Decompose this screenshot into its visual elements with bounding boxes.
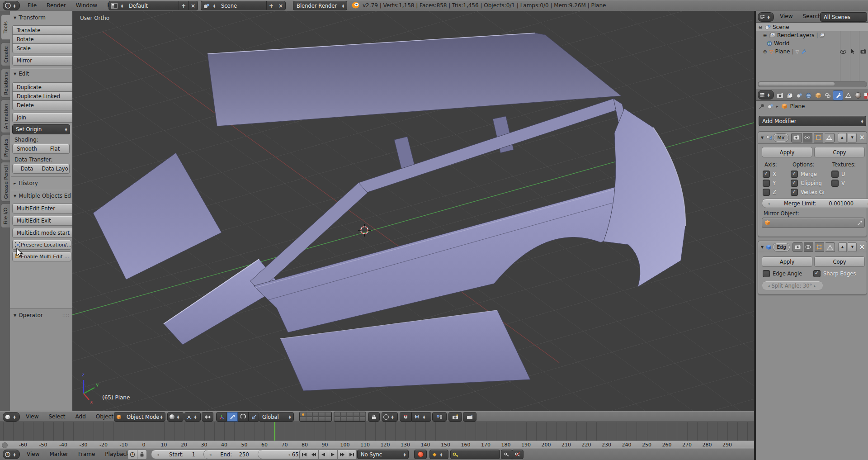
layer-cell[interactable] [334, 417, 340, 421]
menu-item[interactable]: View [22, 449, 44, 460]
delete-keyframe-button[interactable] [512, 450, 524, 459]
layer-cell[interactable] [325, 417, 331, 421]
viewport-visibility-toggle[interactable] [803, 133, 812, 142]
checkbox[interactable] [763, 180, 770, 187]
edge-angle-checkbox-row[interactable]: Edge Angle [763, 269, 802, 278]
auto-keyframe-toggle[interactable] [414, 450, 427, 459]
timeline-region[interactable] [0, 422, 754, 441]
screen-layout-name[interactable]: Default [126, 3, 179, 9]
breadcrumb-object-name[interactable]: Plane [790, 103, 805, 109]
multi-edit-panel-header[interactable]: ▼Multiple Objects Edit [14, 193, 71, 199]
collapse-icon[interactable]: ⊖ [758, 24, 763, 30]
toolshelf-tab-relations[interactable]: Relations [1, 69, 10, 98]
triangle-down-icon[interactable]: ▼ [761, 136, 764, 140]
show-seconds-toggle[interactable] [127, 450, 137, 460]
tab-scene-icon[interactable] [795, 91, 803, 100]
play-button[interactable] [328, 450, 338, 460]
toolshelf-tab-animation[interactable]: Animation [1, 100, 10, 133]
checkbox-row[interactable]: Vertex Gr [791, 188, 825, 197]
render-engine-selector[interactable]: Blender Render [293, 1, 347, 10]
copy-modifier-button[interactable]: Copy [814, 147, 865, 157]
frame-end-field[interactable]: End: 250 [203, 450, 266, 459]
eyedropper-icon[interactable] [855, 220, 864, 226]
move-modifier-down-button[interactable]: ▼ [848, 242, 857, 252]
add-modifier-label[interactable]: Add Modifier [759, 118, 860, 124]
data-button[interactable]: Data [12, 164, 42, 174]
split-angle-slider[interactable]: Split Angle: 30° [762, 281, 823, 290]
keying-set-field[interactable] [450, 450, 500, 459]
keying-mode-dropdown[interactable]: ◆ [429, 450, 448, 459]
scale-button[interactable]: Scale [12, 43, 74, 53]
outliner-label-renderlayers[interactable]: RenderLayers [777, 32, 814, 38]
shade-flat-button[interactable]: Flat [41, 144, 70, 154]
selectable-toggle-cursor-icon[interactable] [851, 49, 855, 54]
toolshelf-tab-physics[interactable]: Physics [1, 135, 10, 160]
add-layout-button[interactable]: + [179, 1, 188, 10]
translate-manipulator-toggle[interactable] [227, 412, 238, 422]
mode-dropdown[interactable]: Object Mode [114, 412, 165, 422]
scale-manipulator-toggle[interactable] [249, 412, 259, 422]
outliner-label-world[interactable]: World [774, 40, 789, 47]
editmode-display-toggle[interactable] [815, 242, 824, 252]
renderable-toggle-camera-icon[interactable] [860, 49, 866, 54]
outliner-item-scene[interactable]: ⊖ Scene [758, 23, 868, 31]
tab-texture-icon[interactable] [863, 91, 868, 100]
rotate-manipulator-toggle[interactable] [238, 412, 249, 422]
join-button[interactable]: Join [12, 113, 74, 123]
edit-panel-header[interactable]: ▼Edit [14, 71, 29, 77]
checkbox-row[interactable]: Y [763, 179, 776, 188]
outliner-item-world[interactable]: World [767, 39, 868, 47]
outliner-item-renderlayers[interactable]: ⊕ RenderLayers | [762, 31, 868, 39]
3d-cursor[interactable] [358, 224, 371, 237]
toolshelf-tab-tools[interactable]: Tools [1, 14, 10, 40]
pin-icon[interactable] [759, 104, 764, 109]
modifier-name-field[interactable]: Edg [773, 243, 790, 251]
layer-cell[interactable] [347, 417, 353, 421]
history-panel-header[interactable]: ►History [14, 180, 38, 186]
multiedit-mode-start-button[interactable]: MultiEdit mode start [12, 228, 74, 238]
editmode-display-toggle[interactable] [814, 133, 823, 142]
menu-item[interactable]: Frame [73, 449, 100, 460]
manipulate-centers-toggle[interactable] [202, 412, 213, 422]
lock-time-toggle[interactable] [137, 450, 147, 460]
translate-button[interactable]: Translate [12, 25, 74, 35]
snap-element-dropdown[interactable] [411, 412, 431, 422]
mirror-object-field[interactable] [762, 218, 865, 228]
layer-cell[interactable] [306, 412, 312, 417]
checkbox[interactable] [813, 270, 821, 277]
editor-type-button-timeline[interactable] [3, 450, 20, 459]
scene-breadcrumb-icon[interactable] [767, 104, 774, 109]
edgesplit-modifier-header[interactable]: ▼ Edg ▲ ▼ × [758, 241, 867, 253]
sync-dropdown[interactable]: No Sync [357, 450, 409, 459]
layer-cell[interactable] [347, 412, 353, 417]
checkbox-row[interactable]: X [763, 170, 776, 179]
scene-selector[interactable]: Scene + × [201, 1, 286, 10]
tab-data-icon[interactable] [844, 91, 853, 100]
menu-item[interactable]: Marker [44, 449, 73, 460]
menu-item[interactable]: Render [42, 0, 71, 11]
manipulator-axes-toggle[interactable] [216, 412, 227, 422]
set-origin-dropdown[interactable]: Set Origin [12, 124, 70, 134]
lock-to-scene-toggle[interactable] [368, 412, 380, 422]
tab-constraints-icon[interactable] [823, 91, 832, 100]
viewport-3d[interactable]: z y x User Ortho (65) Plane [72, 11, 756, 411]
outliner-filter-value[interactable]: All Scenes [821, 14, 867, 20]
render-engine-name[interactable]: Blender Render [293, 3, 341, 9]
checkbox[interactable] [831, 171, 839, 178]
panel-drag-dots[interactable]: :::: [62, 313, 70, 318]
shade-smooth-button[interactable]: Smooth [12, 144, 42, 154]
orientation-value[interactable]: Global [259, 414, 288, 420]
pivot-point-dropdown[interactable] [184, 412, 201, 422]
tab-material-icon[interactable] [854, 91, 862, 100]
screen-layout-selector[interactable]: Default + × [108, 1, 198, 10]
duplicate-linked-button[interactable]: Duplicate Linked [12, 91, 74, 101]
mirror-button[interactable]: Mirror [12, 56, 74, 66]
menu-item[interactable]: View [21, 411, 43, 422]
delete-modifier-button[interactable]: × [859, 133, 865, 142]
outliner-filter-dropdown[interactable]: All Scenes [820, 12, 867, 22]
copy-modifier-button[interactable]: Copy [814, 256, 865, 267]
layer-cell[interactable] [353, 417, 359, 421]
layer-cell[interactable] [340, 417, 347, 421]
layer-cell[interactable] [312, 412, 319, 417]
tab-modifiers-icon[interactable] [833, 90, 843, 100]
